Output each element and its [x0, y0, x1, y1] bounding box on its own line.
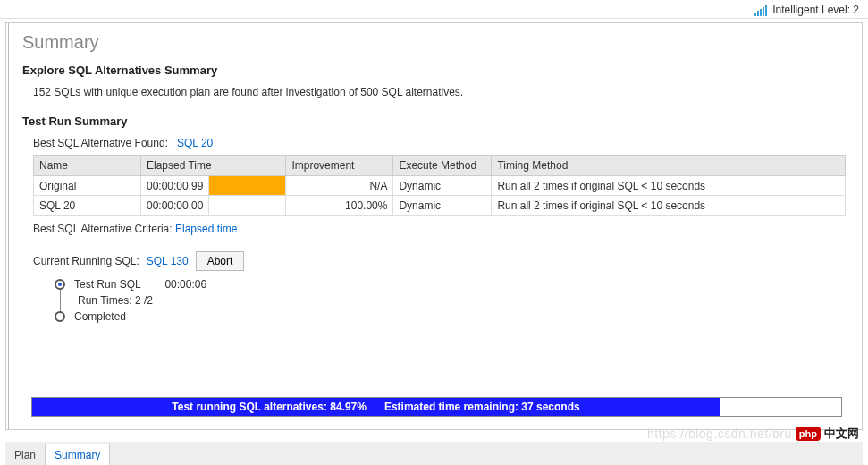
current-running-link[interactable]: SQL 130: [147, 255, 189, 267]
run-times-label: Run Times: 2 /2: [78, 292, 846, 309]
cell-execute-method: Dynamic: [393, 176, 492, 196]
comparison-table: Name Elapsed Time Improvement Execute Me…: [33, 155, 846, 216]
current-running-row: Current Running SQL: SQL 130 Abort: [33, 251, 846, 271]
top-status-bar: Intelligent Level: 2: [0, 0, 868, 19]
abort-button[interactable]: Abort: [196, 251, 245, 271]
test-run-sql-label: Test Run SQL: [74, 278, 141, 291]
completed-label: Completed: [74, 310, 126, 323]
cell-name: SQL 20: [34, 196, 141, 216]
th-execute-method[interactable]: Execute Method: [393, 156, 492, 176]
overall-progress-bar: Test running SQL alternatives: 84.97% Es…: [31, 397, 842, 417]
table-row[interactable]: SQL 2000:00:00.00100.00%DynamicRun all 2…: [34, 196, 846, 216]
summary-panel: Summary Explore SQL Alternatives Summary…: [5, 22, 863, 430]
criteria-link[interactable]: Elapsed time: [175, 223, 237, 235]
progress-text-right: Estimated time remaining: 37 seconds: [384, 401, 580, 413]
testrun-heading: Test Run Summary: [22, 114, 846, 128]
cell-execute-method: Dynamic: [393, 196, 492, 216]
criteria-row: Best SQL Alternative Criteria: Elapsed t…: [33, 223, 846, 235]
cell-timing-method: Run all 2 times if original SQL < 10 sec…: [492, 196, 846, 216]
watermark: https://blog.csdn.net/bru php 中文网: [647, 426, 859, 442]
cell-elapsed-text: 00:00:00.00: [141, 196, 209, 216]
test-run-sql-time: 00:00:06: [164, 278, 206, 291]
watermark-url: https://blog.csdn.net/bru: [647, 427, 792, 441]
tab-plan[interactable]: Plan: [5, 444, 45, 465]
svg-rect-4: [765, 5, 767, 16]
timeline-step-running: Test Run SQL 00:00:06: [55, 276, 846, 292]
explore-heading: Explore SQL Alternatives Summary: [22, 63, 846, 77]
bottom-tabstrip: Plan Summary: [5, 442, 863, 465]
watermark-cn: 中文网: [824, 426, 859, 442]
step-dot-icon: [55, 279, 65, 290]
cell-timing-method: Run all 2 times if original SQL < 10 sec…: [492, 176, 846, 196]
svg-rect-2: [760, 9, 762, 16]
cell-improvement: N/A: [286, 176, 393, 196]
svg-rect-1: [757, 11, 759, 16]
best-found-link[interactable]: SQL 20: [177, 137, 213, 149]
svg-rect-0: [754, 13, 756, 16]
cell-improvement: 100.00%: [286, 196, 393, 216]
th-timing-method[interactable]: Timing Method: [492, 156, 846, 176]
th-improvement[interactable]: Improvement: [286, 156, 393, 176]
signal-icon: [754, 5, 767, 16]
watermark-badge: php: [796, 427, 821, 441]
progress-fill: Test running SQL alternatives: 84.97% Es…: [32, 398, 720, 416]
criteria-label: Best SQL Alternative Criteria:: [33, 223, 173, 235]
cell-name: Original: [34, 176, 141, 196]
step-dot-icon: [55, 311, 65, 322]
intelligent-level-label: Intelligent Level: 2: [772, 4, 859, 16]
explore-body: 152 SQLs with unique execution plan are …: [33, 86, 846, 98]
cell-elapsed-text: 00:00:00.99: [141, 176, 209, 196]
page-title: Summary: [22, 32, 846, 53]
cell-elapsed-bar: [209, 176, 286, 196]
th-name[interactable]: Name: [34, 156, 141, 176]
svg-rect-3: [763, 7, 764, 16]
current-running-label: Current Running SQL:: [33, 255, 139, 267]
table-row[interactable]: Original00:00:00.99N/ADynamicRun all 2 t…: [34, 176, 846, 196]
best-found-row: Best SQL Alternative Found: SQL 20: [33, 137, 846, 149]
tab-summary[interactable]: Summary: [45, 444, 110, 465]
progress-text-left: Test running SQL alternatives: 84.97%: [172, 401, 367, 413]
cell-elapsed-bar: [209, 196, 286, 216]
progress-timeline: Test Run SQL 00:00:06 Run Times: 2 /2 Co…: [55, 276, 846, 325]
best-found-label: Best SQL Alternative Found:: [33, 137, 168, 149]
panel-left-rule: [8, 23, 9, 429]
th-elapsed[interactable]: Elapsed Time: [141, 156, 286, 176]
timeline-step-completed: Completed: [55, 309, 846, 325]
table-header-row: Name Elapsed Time Improvement Execute Me…: [34, 156, 846, 176]
